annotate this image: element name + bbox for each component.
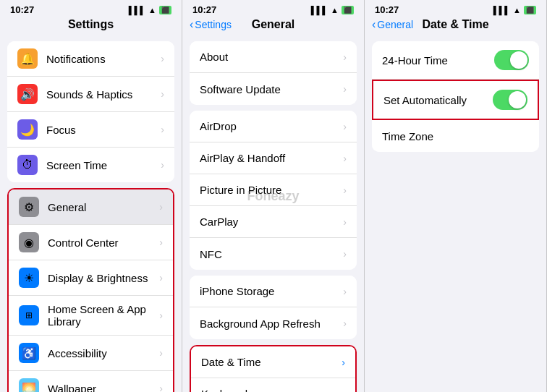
- list-item-airplay[interactable]: AirPlay & Handoff ›: [190, 142, 357, 174]
- set-auto-toggle[interactable]: [493, 90, 527, 110]
- carplay-label: CarPlay: [200, 216, 343, 228]
- list-item-about[interactable]: About ›: [190, 41, 357, 73]
- nav-header-2: ‹ Settings General: [182, 17, 364, 35]
- chevron-carplay: ›: [343, 216, 347, 228]
- list-item-wallpaper[interactable]: 🌅 Wallpaper ›: [9, 371, 173, 392]
- list-item-general[interactable]: ⚙ General ›: [9, 189, 173, 225]
- general-list: About › Software Update › AirDrop › AirP…: [182, 35, 364, 392]
- notifications-label: Notifications: [46, 53, 161, 65]
- status-icons-3: ▌▌▌ ▲ ⬛: [493, 6, 536, 14]
- nav-title-2: General: [252, 18, 295, 31]
- focus-label: Focus: [46, 124, 161, 136]
- keyboard-label: Keyboard: [201, 388, 342, 392]
- general-label: General: [48, 201, 159, 213]
- chevron-sounds: ›: [161, 88, 164, 100]
- chevron-screentime: ›: [161, 159, 164, 171]
- status-bar-3: 10:27 ▌▌▌ ▲ ⬛: [365, 0, 546, 17]
- list-item-keyboard[interactable]: Keyboard ›: [191, 378, 355, 392]
- datetime-settings-list: 24-Hour Time Set Automatically Time Zone: [365, 35, 546, 392]
- list-item-focus[interactable]: 🌙 Focus ›: [7, 112, 174, 148]
- chevron-bg-refresh: ›: [343, 318, 347, 329]
- software-update-label: Software Update: [200, 83, 343, 95]
- status-bar-2: 10:27 ▌▌▌ ▲ ⬛: [182, 0, 364, 17]
- chevron-iphone-storage: ›: [343, 286, 347, 297]
- sounds-icon: 🔊: [17, 84, 38, 104]
- back-chevron-2: ‹: [190, 19, 193, 30]
- sounds-label: Sounds & Haptics: [46, 88, 161, 101]
- signal-icon-2: ▌▌▌: [311, 6, 328, 14]
- wifi-icon-2: ▲: [331, 6, 339, 14]
- airdrop-section: AirDrop › AirPlay & Handoff › Picture in…: [190, 111, 357, 270]
- list-item-nfc[interactable]: NFC ›: [190, 238, 357, 270]
- chevron-focus: ›: [161, 124, 164, 135]
- wallpaper-label: Wallpaper: [48, 383, 159, 393]
- chevron-accessibility: ›: [159, 347, 163, 359]
- time-1: 10:27: [10, 4, 34, 15]
- chevron-about: ›: [343, 51, 347, 63]
- battery-icon: ⬛: [159, 6, 171, 14]
- nav-header-1: Settings: [0, 17, 182, 35]
- settings-list-1: 🔔 Notifications › 🔊 Sounds & Haptics › 🌙…: [0, 35, 182, 392]
- focus-icon: 🌙: [17, 119, 38, 140]
- accessibility-label: Accessibility: [48, 347, 159, 359]
- list-item-bg-refresh[interactable]: Background App Refresh ›: [190, 307, 357, 339]
- display-icon: ☀: [19, 268, 39, 288]
- back-button-3[interactable]: ‹ General: [372, 19, 413, 30]
- nav-header-3: ‹ General Date & Time: [365, 17, 546, 35]
- status-icons-2: ▌▌▌ ▲ ⬛: [311, 6, 354, 14]
- list-item-controlcenter[interactable]: ◉ Control Center ›: [9, 225, 173, 260]
- pip-label: Picture in Picture: [200, 184, 343, 196]
- back-label-2: Settings: [195, 19, 232, 30]
- datetime-panel: 10:27 ▌▌▌ ▲ ⬛ ‹ General Date & Time 24-H…: [365, 0, 547, 392]
- list-item-screentime[interactable]: ⏱ Screen Time ›: [7, 148, 174, 182]
- bg-refresh-label: Background App Refresh: [200, 318, 343, 330]
- list-item-pip[interactable]: Picture in Picture ›: [190, 174, 357, 206]
- list-item-notifications[interactable]: 🔔 Notifications ›: [7, 41, 174, 77]
- chevron-controlcenter: ›: [159, 237, 163, 248]
- time-2: 10:27: [192, 4, 216, 15]
- set-auto-label: Set Automatically: [383, 94, 493, 106]
- nav-title-1: Settings: [68, 18, 114, 31]
- back-button-2[interactable]: ‹ Settings: [190, 19, 232, 30]
- chevron-keyboard: ›: [342, 388, 345, 393]
- nfc-label: NFC: [200, 248, 343, 260]
- wallpaper-icon: 🌅: [19, 378, 39, 392]
- controlcenter-label: Control Center: [48, 237, 159, 249]
- chevron-pip: ›: [343, 184, 347, 196]
- list-item-iphone-storage[interactable]: iPhone Storage ›: [190, 276, 357, 307]
- airdrop-label: AirDrop: [200, 120, 343, 132]
- list-item-accessibility[interactable]: ♿ Accessibility ›: [9, 336, 173, 371]
- list-item-software-update[interactable]: Software Update ›: [190, 73, 357, 105]
- notifications-icon: 🔔: [17, 48, 38, 69]
- chevron-general: ›: [159, 201, 163, 213]
- list-item-sounds[interactable]: 🔊 Sounds & Haptics ›: [7, 77, 174, 112]
- list-item-homescreen[interactable]: ⊞ Home Screen & App Library ›: [9, 296, 173, 336]
- chevron-date-time: ›: [342, 357, 345, 368]
- back-chevron-3: ‹: [372, 19, 376, 30]
- chevron-airdrop: ›: [343, 121, 347, 132]
- homescreen-icon: ⊞: [19, 305, 39, 325]
- about-label: About: [200, 51, 343, 63]
- chevron-airplay: ›: [343, 153, 347, 164]
- 24hour-label: 24-Hour Time: [382, 54, 494, 67]
- settings-panel: 10:27 ▌▌▌ ▲ ⬛ Settings 🔔 Notifications ›…: [0, 0, 182, 392]
- row-set-auto: Set Automatically: [372, 80, 539, 120]
- list-item-airdrop[interactable]: AirDrop ›: [190, 111, 357, 142]
- chevron-homescreen: ›: [159, 310, 163, 321]
- datetime-section: Date & Time › Keyboard › Fonts › Languag…: [190, 345, 357, 392]
- chevron-nfc: ›: [343, 248, 347, 260]
- chevron-notifications: ›: [161, 53, 164, 64]
- signal-icon: ▌▌▌: [129, 6, 145, 14]
- status-icons-1: ▌▌▌ ▲ ⬛: [129, 6, 171, 14]
- list-item-carplay[interactable]: CarPlay ›: [190, 206, 357, 238]
- homescreen-label: Home Screen & App Library: [48, 303, 159, 328]
- set-auto-toggle-knob: [509, 91, 526, 108]
- battery-icon-3: ⬛: [524, 6, 536, 14]
- section-group-2: ⚙ General › ◉ Control Center › ☀ Display…: [7, 188, 174, 392]
- airplay-label: AirPlay & Handoff: [200, 152, 343, 164]
- list-item-display[interactable]: ☀ Display & Brightness ›: [9, 260, 173, 296]
- chevron-display: ›: [159, 272, 163, 284]
- screentime-icon: ⏱: [17, 155, 38, 175]
- list-item-date-time[interactable]: Date & Time ›: [191, 346, 355, 378]
- 24hour-toggle[interactable]: [494, 50, 529, 70]
